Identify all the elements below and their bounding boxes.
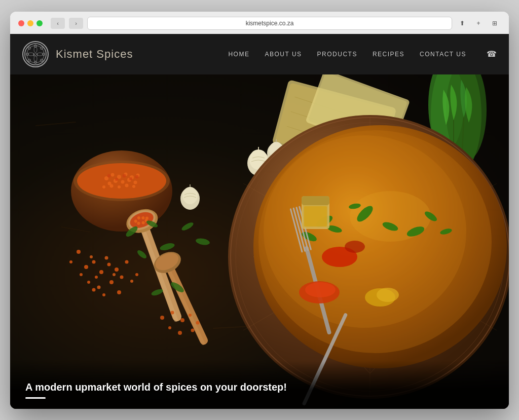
svg-point-111 <box>92 260 96 263</box>
svg-point-74 <box>111 173 115 176</box>
svg-point-85 <box>110 184 114 187</box>
svg-point-88 <box>132 185 135 188</box>
svg-rect-143 <box>304 206 327 226</box>
browser-chrome: ‹ › kismetspice.co.za ⬆ + ⊞ <box>10 12 509 34</box>
browser-window: ‹ › kismetspice.co.za ⬆ + ⊞ <box>10 12 509 409</box>
svg-point-126 <box>117 290 121 294</box>
svg-point-145 <box>305 282 336 297</box>
svg-point-119 <box>109 280 114 284</box>
share-button[interactable]: ⬆ <box>456 18 468 29</box>
svg-point-89 <box>107 174 111 177</box>
phone-icon[interactable]: ☎ <box>487 49 497 59</box>
close-button[interactable] <box>18 20 24 26</box>
nav-links: HOME ABOUT US PRODUCTS RECIPES CONTACT U… <box>228 49 497 59</box>
svg-point-93 <box>135 175 139 178</box>
svg-point-120 <box>120 275 124 279</box>
svg-point-75 <box>117 175 121 179</box>
url-text: kismetspice.co.za <box>246 20 294 27</box>
svg-point-146 <box>160 316 164 320</box>
svg-point-81 <box>121 180 125 183</box>
minimize-button[interactable] <box>27 20 33 26</box>
svg-point-117 <box>125 260 129 263</box>
svg-point-127 <box>90 255 93 258</box>
hero-tagline: A modern upmarket world of spices on you… <box>25 381 494 393</box>
logo-emblem[interactable]: KS <box>22 41 49 67</box>
svg-point-121 <box>69 260 72 263</box>
svg-point-118 <box>87 281 90 284</box>
svg-point-112 <box>99 270 103 274</box>
svg-point-150 <box>196 321 200 324</box>
svg-point-131 <box>130 280 133 283</box>
svg-point-39 <box>182 187 198 204</box>
svg-point-128 <box>105 256 108 259</box>
svg-point-92 <box>129 177 132 180</box>
website: KS Kismet Spices HOME ABOUT US PRODUCTS … <box>10 34 509 409</box>
svg-point-51 <box>345 241 365 253</box>
nav-about[interactable]: ABOUT US <box>265 51 302 58</box>
brand-name: Kismet Spices <box>56 48 133 61</box>
svg-point-123 <box>135 273 138 276</box>
svg-point-147 <box>171 311 174 314</box>
hero-food-scene <box>10 74 509 409</box>
hero-overlay: A modern upmarket world of spices on you… <box>10 361 509 409</box>
browser-titlebar: ‹ › kismetspice.co.za ⬆ + ⊞ <box>18 17 501 34</box>
nav-recipes[interactable]: RECIPES <box>373 51 404 58</box>
svg-point-129 <box>113 273 116 276</box>
address-bar[interactable]: kismetspice.co.za <box>87 17 452 30</box>
browser-controls: ‹ › <box>51 18 83 29</box>
traffic-lights <box>18 20 43 26</box>
nav-products[interactable]: PRODUCTS <box>317 51 357 58</box>
hero-section: A modern upmarket world of spices on you… <box>10 74 509 409</box>
svg-point-83 <box>134 180 137 184</box>
svg-point-86 <box>118 185 121 188</box>
svg-rect-142 <box>302 196 329 205</box>
svg-point-122 <box>77 250 81 254</box>
new-tab-button[interactable]: + <box>472 18 485 29</box>
svg-point-149 <box>189 314 192 317</box>
svg-point-125 <box>102 293 105 296</box>
svg-point-115 <box>80 273 83 276</box>
svg-point-152 <box>178 331 182 335</box>
svg-point-84 <box>102 185 105 188</box>
nav-home[interactable]: HOME <box>228 51 249 58</box>
svg-point-110 <box>84 265 88 269</box>
navigation-bar: KS Kismet Spices HOME ABOUT US PRODUCTS … <box>10 34 509 74</box>
svg-point-87 <box>125 183 129 187</box>
svg-point-148 <box>180 318 184 322</box>
logo-svg: KS <box>24 43 47 66</box>
maximize-button[interactable] <box>36 20 43 26</box>
svg-point-114 <box>107 262 111 266</box>
extensions-button[interactable]: ⊞ <box>489 18 501 29</box>
logo-area: KS Kismet Spices <box>22 41 228 67</box>
nav-contact[interactable]: CONTACT US <box>420 51 466 58</box>
svg-point-153 <box>191 328 195 332</box>
svg-point-91 <box>123 174 126 177</box>
forward-button[interactable]: › <box>69 18 83 29</box>
svg-point-151 <box>168 326 171 329</box>
svg-point-53 <box>377 288 399 302</box>
back-button[interactable]: ‹ <box>51 18 65 29</box>
svg-point-124 <box>92 288 96 291</box>
svg-point-116 <box>115 268 119 272</box>
svg-point-130 <box>97 285 101 289</box>
svg-point-90 <box>115 178 118 181</box>
svg-point-113 <box>95 276 98 279</box>
hero-underline <box>25 397 46 399</box>
address-bar-row: kismetspice.co.za ⬆ + ⊞ <box>87 17 501 30</box>
